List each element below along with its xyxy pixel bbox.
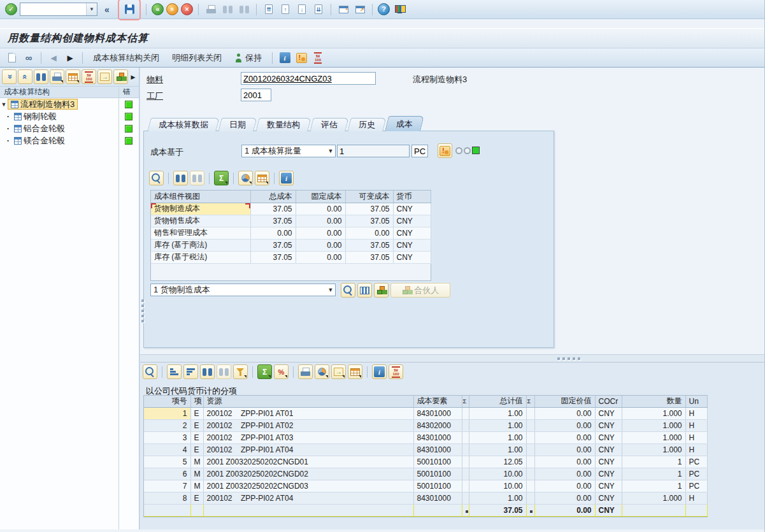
find-next-button[interactable] <box>190 171 204 185</box>
find-button[interactable] <box>220 2 234 17</box>
back-button[interactable]: « <box>152 3 164 15</box>
print-button[interactable] <box>204 2 218 17</box>
itemization-total-row[interactable]: 37.05 0.00 CNY <box>144 504 707 516</box>
cancel-button[interactable]: × <box>181 3 193 15</box>
collapse-toolbar-icon[interactable]: « <box>100 2 114 17</box>
next-page-button[interactable]: ↓ <box>295 2 309 17</box>
sum-button[interactable]: Σ <box>257 364 272 379</box>
quantity-cell[interactable]: 1 <box>622 480 685 492</box>
currency-cell[interactable]: CNY <box>595 468 622 480</box>
col-unit[interactable]: Un <box>685 396 707 407</box>
plant-field[interactable] <box>241 89 271 101</box>
item-number-cell[interactable]: 7 <box>144 480 190 492</box>
print-button[interactable] <box>298 364 313 379</box>
quantity-cell[interactable]: 1 <box>622 456 685 468</box>
resource-cell[interactable]: 2001 Z00320250202CNGD02 <box>203 468 413 480</box>
currency-cell[interactable]: CNY <box>393 251 431 263</box>
unit-cell[interactable]: PC <box>685 456 707 468</box>
unit-cell[interactable]: PC <box>685 480 707 492</box>
first-page-button[interactable]: ⇈ <box>262 2 276 17</box>
tree-structure-button[interactable] <box>113 69 128 84</box>
currency-cell[interactable]: CNY <box>595 431 622 443</box>
cost-element-cell[interactable]: 50010100 <box>413 468 462 480</box>
fixed-cost-cell[interactable]: 0.00 <box>296 251 345 263</box>
horizontal-splitter[interactable] <box>140 354 764 363</box>
costing-structure-off-button[interactable]: 成本核算结构关闭 <box>88 50 164 66</box>
total-cost-cell[interactable]: 37.05 <box>250 215 296 227</box>
costing-variant-button[interactable]: $¥100 <box>311 50 325 66</box>
resource-cell[interactable]: 2001 Z00320250202CNGD03 <box>203 480 413 492</box>
item-category-cell[interactable]: E <box>190 492 203 504</box>
sigma-column-icon[interactable]: Σ <box>526 396 534 407</box>
tree-print-button[interactable] <box>50 69 64 84</box>
layout-button[interactable] <box>255 171 269 185</box>
variable-cost-cell[interactable]: 0.00 <box>345 227 393 239</box>
item-category-cell[interactable]: M <box>190 480 203 492</box>
detail-button[interactable] <box>341 283 355 298</box>
col-item-number[interactable]: 项号 <box>144 396 190 407</box>
total-value-cell[interactable]: 1.00 <box>469 419 526 431</box>
collapse-all-button[interactable]: « <box>18 69 32 84</box>
currency-cell[interactable]: CNY <box>595 419 622 431</box>
col-total-cost[interactable]: 总成本 <box>250 191 296 203</box>
create-shortcut-button[interactable]: ↗ <box>353 2 367 17</box>
item-number-cell[interactable]: 4 <box>144 443 190 456</box>
item-category-cell[interactable]: E <box>190 407 203 419</box>
lot-size-select[interactable]: 1 成本核算批量▼ <box>241 145 336 157</box>
item-number-cell[interactable]: 6 <box>144 468 190 480</box>
vertical-splitter[interactable] <box>141 299 144 322</box>
itemization-row[interactable]: 4 E 200102 ZPP-PI01 AT04 84301000 1.00 0… <box>144 443 707 456</box>
cost-table-row[interactable]: 货物销售成本 37.05 0.00 37.05 CNY <box>151 215 431 227</box>
resource-cell[interactable]: 2001 Z00320250202CNGD01 <box>203 456 413 468</box>
unit-cell[interactable]: H <box>685 431 707 443</box>
cost-view-cell[interactable]: 库存 (基于商法) <box>151 239 250 251</box>
layout-button[interactable] <box>348 364 362 379</box>
itemization-row[interactable]: 2 E 200102 ZPP-PI01 AT02 84302000 1.00 0… <box>144 419 707 431</box>
command-field[interactable]: ▼ <box>20 3 97 16</box>
cost-element-cell[interactable]: 50010100 <box>413 456 462 468</box>
fixed-value-cell[interactable]: 0.00 <box>534 468 595 480</box>
command-input[interactable] <box>20 4 86 15</box>
item-category-cell[interactable]: E <box>190 443 203 456</box>
total-value-cell[interactable]: 12.05 <box>469 456 526 468</box>
fixed-cost-cell[interactable]: 0.00 <box>296 203 345 215</box>
chart-button[interactable] <box>238 171 253 185</box>
log-button[interactable] <box>438 143 452 158</box>
hierarchy-button[interactable] <box>374 283 389 298</box>
find-next-button[interactable] <box>217 364 231 379</box>
sort-ascending-button[interactable] <box>167 364 182 379</box>
variable-cost-cell[interactable]: 37.05 <box>345 251 393 263</box>
cost-element-cell[interactable]: 84301000 <box>413 443 462 456</box>
material-field[interactable] <box>241 72 376 85</box>
cost-element-cell[interactable]: 84301000 <box>413 431 462 443</box>
total-cost-cell[interactable]: 37.05 <box>250 239 296 251</box>
next-item-button[interactable]: ▶ <box>63 50 77 66</box>
itemization-row[interactable]: 7 M 2001 Z00320250202CNGD03 50010100 10.… <box>144 480 707 492</box>
currency-cell[interactable]: CNY <box>595 492 622 504</box>
col-currency[interactable]: 货币 <box>393 191 431 203</box>
tab-valuation[interactable]: 评估 <box>310 118 348 131</box>
quantity-cell[interactable]: 1.000 <box>622 407 685 419</box>
fixed-sum-cell[interactable]: 0.00 <box>534 504 595 516</box>
col-total-value[interactable]: 总计值 <box>469 396 526 407</box>
tree-find-button[interactable] <box>34 69 48 84</box>
cost-view-cell[interactable]: 货物销售成本 <box>151 215 250 227</box>
plant-input[interactable] <box>243 90 269 100</box>
currency-cell[interactable]: CNY <box>393 215 431 227</box>
alv-grid-button[interactable] <box>357 283 372 298</box>
tree-column-error[interactable]: 错 <box>118 87 139 97</box>
currency-cell[interactable]: CNY <box>595 407 622 419</box>
fixed-value-cell[interactable]: 0.00 <box>534 419 595 431</box>
unit-cell[interactable]: H <box>685 407 707 419</box>
fixed-value-cell[interactable]: 0.00 <box>534 443 595 456</box>
enter-button[interactable]: ✓ <box>5 3 17 15</box>
total-value-cell[interactable]: 10.00 <box>469 480 526 492</box>
cost-table-row[interactable]: 库存 (基于税法) 37.05 0.00 37.05 CNY <box>151 251 431 263</box>
quantity-cell[interactable]: 1.000 <box>622 431 685 443</box>
resource-cell[interactable]: 200102 ZPP-PI01 AT02 <box>203 419 413 431</box>
fixed-cost-cell[interactable]: 0.00 <box>296 215 345 227</box>
material-input[interactable] <box>243 74 373 83</box>
display-button[interactable]: ∞ <box>22 50 36 66</box>
currency-cell[interactable]: CNY <box>393 203 431 215</box>
tree-import-button[interactable]: → <box>97 69 112 84</box>
